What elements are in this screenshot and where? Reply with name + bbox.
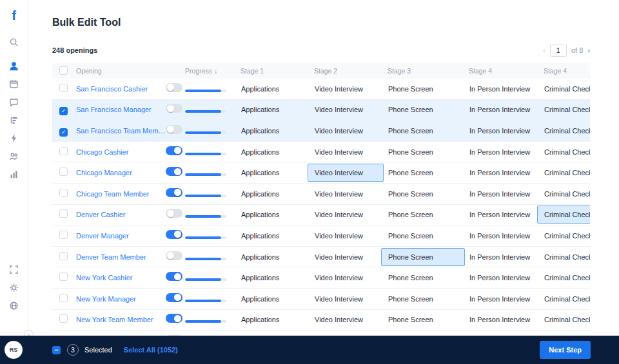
stage3-cell[interactable]: Phone Screen: [388, 122, 469, 140]
stage4-cell[interactable]: In Person Interview: [469, 164, 544, 182]
select-all-link[interactable]: Select All (1052): [124, 346, 178, 354]
stage2-cell[interactable]: Video Interview: [314, 143, 388, 161]
stage2-cell[interactable]: Video Interview: [314, 80, 388, 98]
language-globe-icon[interactable]: [9, 301, 19, 311]
stage4-cell[interactable]: In Person Interview: [469, 269, 544, 287]
stage1-cell[interactable]: Applications: [241, 122, 314, 140]
opening-link[interactable]: Denver Manager: [72, 232, 166, 240]
stage1-cell[interactable]: Applications: [241, 248, 314, 266]
stage1-cell[interactable]: Applications: [241, 206, 314, 224]
stage2-cell[interactable]: Video Interview: [314, 227, 388, 245]
stage4-cell[interactable]: In Person Interview: [469, 311, 544, 329]
stage5-cell[interactable]: Criminal Check: [544, 101, 590, 119]
row-toggle[interactable]: [166, 125, 182, 134]
team-icon[interactable]: [9, 151, 19, 161]
row-toggle[interactable]: [166, 251, 182, 260]
row-checkbox[interactable]: [59, 252, 68, 260]
stage4-cell[interactable]: In Person Interview: [469, 122, 544, 140]
row-checkbox[interactable]: [59, 273, 68, 281]
calendar-icon[interactable]: [9, 79, 19, 89]
stage4-cell[interactable]: In Person Interview: [469, 227, 544, 245]
opening-link[interactable]: New York Cashier: [72, 274, 166, 282]
stage4-cell[interactable]: In Person Interview: [469, 290, 544, 308]
stage1-cell[interactable]: Applications: [241, 311, 314, 329]
stage2-cell[interactable]: Video Interview: [314, 311, 388, 329]
stage1-cell[interactable]: Applications: [241, 269, 314, 287]
column-header-stage4[interactable]: Stage 4: [469, 67, 544, 75]
row-toggle[interactable]: [166, 272, 182, 281]
row-toggle[interactable]: [166, 83, 182, 92]
row-checkbox[interactable]: [59, 294, 68, 302]
settings-gear-icon[interactable]: [9, 283, 19, 292]
stage5-cell[interactable]: Criminal Check: [544, 143, 590, 161]
column-header-stage3[interactable]: Stage 3: [388, 67, 469, 75]
stage3-cell[interactable]: Phone Screen: [388, 80, 469, 98]
stage3-cell[interactable]: Phone Screen: [388, 143, 469, 161]
opening-link[interactable]: San Francisco Team Member: [72, 127, 166, 135]
stage5-cell[interactable]: Criminal Check: [544, 80, 590, 98]
stage1-cell[interactable]: Applications: [241, 164, 314, 182]
app-logo[interactable]: f: [12, 9, 16, 22]
stage3-cell[interactable]: Phone Screen: [388, 185, 469, 203]
stage2-cell[interactable]: Video Interview: [314, 269, 388, 287]
stage3-cell[interactable]: Phone Screen: [388, 269, 469, 287]
search-icon[interactable]: [9, 37, 19, 47]
row-toggle[interactable]: [166, 104, 182, 113]
stage1-cell[interactable]: Applications: [241, 185, 314, 203]
stage2-cell[interactable]: Video Interview: [314, 185, 388, 203]
row-checkbox[interactable]: [59, 147, 68, 155]
column-header-stage5[interactable]: Stage 4: [544, 67, 590, 75]
select-all-checkbox[interactable]: [59, 66, 68, 75]
row-checkbox[interactable]: [59, 314, 68, 323]
stage3-cell[interactable]: Phone Screen: [388, 248, 469, 266]
opening-link[interactable]: San Francisco Cashier: [72, 85, 166, 93]
stage3-cell[interactable]: Phone Screen: [388, 311, 469, 329]
user-avatar[interactable]: RS: [5, 341, 22, 358]
stage1-cell[interactable]: Applications: [241, 290, 314, 308]
stage4-cell[interactable]: In Person Interview: [469, 101, 544, 119]
stage4-cell[interactable]: In Person Interview: [469, 80, 544, 98]
column-header-opening[interactable]: Opening: [72, 67, 166, 75]
stage5-cell[interactable]: Criminal Check: [544, 227, 590, 245]
pipeline-icon[interactable]: [9, 115, 19, 125]
stage3-cell[interactable]: Phone Screen: [388, 227, 469, 245]
stage5-cell[interactable]: Criminal Check: [544, 206, 590, 224]
row-checkbox[interactable]: ✓: [59, 128, 68, 137]
stage3-cell[interactable]: Phone Screen: [388, 101, 469, 119]
stage3-cell[interactable]: Phone Screen: [388, 164, 469, 182]
next-page-icon[interactable]: ›: [587, 46, 590, 54]
column-header-progress[interactable]: Progress↓: [185, 67, 241, 75]
stage2-cell[interactable]: Video Interview: [314, 164, 388, 182]
stage5-cell[interactable]: Criminal Check: [544, 122, 590, 140]
fullscreen-icon[interactable]: [9, 265, 19, 274]
next-step-button[interactable]: Next Step: [540, 341, 591, 359]
stage4-cell[interactable]: In Person Interview: [469, 143, 544, 161]
opening-link[interactable]: Denver Cashier: [72, 211, 166, 218]
stage5-cell[interactable]: Criminal Check: [544, 248, 590, 266]
stage5-cell[interactable]: Criminal Check: [544, 290, 590, 308]
row-checkbox[interactable]: [59, 168, 68, 176]
stage1-cell[interactable]: Applications: [241, 227, 314, 245]
messages-icon[interactable]: [9, 97, 19, 107]
stage1-cell[interactable]: Applications: [241, 80, 314, 98]
row-checkbox[interactable]: [59, 189, 68, 197]
opening-link[interactable]: Chicago Manager: [72, 169, 166, 177]
stage5-cell[interactable]: Criminal Check: [544, 185, 590, 203]
analytics-icon[interactable]: [9, 169, 19, 179]
stage4-cell[interactable]: In Person Interview: [469, 185, 544, 203]
stage2-cell[interactable]: Video Interview: [314, 290, 388, 308]
row-toggle[interactable]: [166, 188, 182, 197]
stage4-cell[interactable]: In Person Interview: [469, 206, 544, 224]
profile-icon[interactable]: [9, 61, 19, 71]
stage2-cell[interactable]: Video Interview: [314, 206, 388, 224]
row-checkbox[interactable]: ✓: [59, 107, 68, 115]
prev-page-icon[interactable]: ‹: [543, 46, 545, 54]
indeterminate-select-checkbox[interactable]: −: [52, 346, 61, 354]
row-toggle[interactable]: [166, 230, 182, 239]
automation-icon[interactable]: [9, 133, 19, 143]
column-header-stage1[interactable]: Stage 1: [241, 67, 314, 75]
stage2-cell[interactable]: Video Interview: [314, 101, 388, 119]
column-header-stage2[interactable]: Stage 2: [314, 67, 388, 75]
row-toggle[interactable]: [166, 146, 182, 155]
page-input[interactable]: 1: [550, 44, 567, 57]
